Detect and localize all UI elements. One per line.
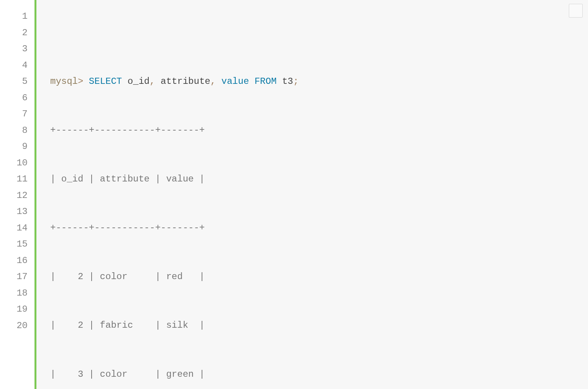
line-number: 8: [0, 123, 28, 139]
clipboard-icon: [555, 0, 588, 35]
line-number: 16: [0, 253, 28, 269]
line-number: 17: [0, 269, 28, 285]
code-line: | o_id | attribute | value |: [50, 171, 574, 188]
code-line: +------+-----------+-------+: [50, 122, 574, 139]
code-line: | 2 | color | red |: [50, 269, 574, 285]
line-number: 1: [0, 8, 28, 25]
line-number-gutter: 1 2 3 4 5 6 7 8 9 10 11 12 13 14 15 16 1…: [0, 0, 34, 389]
code-block[interactable]: mysql> SELECT o_id, attribute, value FRO…: [34, 0, 588, 389]
line-number: 3: [0, 41, 28, 57]
code-line: | 3 | color | green |: [50, 366, 574, 383]
line-number: 2: [0, 25, 28, 41]
line-number: 4: [0, 57, 28, 74]
line-number: 6: [0, 90, 28, 106]
line-number: 10: [0, 155, 28, 172]
line-number: 7: [0, 106, 28, 123]
line-number: 20: [0, 318, 28, 334]
code-line: mysql> SELECT o_id, attribute, value FRO…: [50, 74, 574, 90]
line-number: 11: [0, 171, 28, 188]
code-line: +------+-----------+-------+: [50, 220, 574, 236]
line-number: 19: [0, 301, 28, 318]
line-number: 18: [0, 285, 28, 302]
line-number: 12: [0, 188, 28, 204]
line-number: 15: [0, 236, 28, 253]
code-line: | 2 | fabric | silk |: [50, 317, 574, 334]
copy-button[interactable]: [569, 4, 583, 18]
line-number: 13: [0, 204, 28, 220]
line-number: 9: [0, 139, 28, 155]
line-number: 14: [0, 220, 28, 237]
line-number: 5: [0, 74, 28, 90]
